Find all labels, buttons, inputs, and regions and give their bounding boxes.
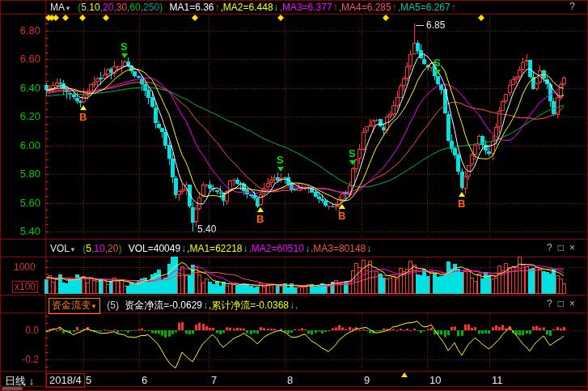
month-label: 8 xyxy=(287,374,293,386)
month-label: 6 xyxy=(142,374,147,386)
indicator-value: ,MA2=6.448 xyxy=(221,1,273,14)
month-label: 11 xyxy=(492,374,503,386)
maximize-icon[interactable]: □ xyxy=(558,242,564,253)
fundflow-label: 资金流变 xyxy=(52,299,91,312)
help-icon[interactable]: ? xyxy=(547,298,552,309)
close-icon[interactable]: × xyxy=(569,242,575,253)
trend-arrow-icon: ↓ xyxy=(203,299,208,312)
ma-param: 30 xyxy=(116,1,127,14)
trend-arrow-icon: ↑ xyxy=(333,1,338,14)
price-axis-label: 6.20 xyxy=(6,110,40,122)
ma-label: MA xyxy=(50,1,65,14)
indicator-value: 资金净流=-0.0629 xyxy=(125,299,202,312)
month-label: 9 xyxy=(364,374,370,386)
indicator-value: , xyxy=(295,299,298,312)
vol-values: VOL=40049↓,MA1=62218↓,MA2=60510↓,MA3=801… xyxy=(129,242,373,255)
price-axis-label: 6.40 xyxy=(6,82,40,94)
signal-b: B xyxy=(338,210,345,222)
ma-param: 20 xyxy=(108,242,118,255)
volume-unit-label: x100 xyxy=(12,281,38,293)
indicator-value: ,MA4=6.285 xyxy=(339,1,391,14)
indicator-value: ,MA3=80148 xyxy=(311,242,366,255)
signal-b: B xyxy=(458,198,465,210)
volume-axis-label: 1000 xyxy=(14,261,36,273)
trend-arrow-icon: ↑ xyxy=(451,1,456,14)
indicator-value: ,MA5=6.267 xyxy=(398,1,451,14)
trend-arrow-icon: ↓ xyxy=(305,242,310,255)
arrow-down-icon: ↓ xyxy=(29,375,35,387)
signal-s: S xyxy=(349,147,356,159)
indicator-value: ,MA1=62218 xyxy=(187,242,242,255)
price-axis-label: 5.40 xyxy=(6,225,40,237)
trend-arrow-icon: ↓ xyxy=(274,1,279,14)
ma-param: 20 xyxy=(103,1,113,14)
help-icon[interactable]: ? xyxy=(547,242,552,253)
month-label: 10 xyxy=(429,374,441,386)
indicator-value: ,MA2=60510 xyxy=(249,242,304,255)
fundflow-param: (5) xyxy=(107,299,119,312)
signal-s: S xyxy=(121,40,128,53)
indicator-value: MA1=6.36 xyxy=(169,1,214,14)
indicator-value: VOL=40049 xyxy=(129,242,180,255)
period-label: 日线 xyxy=(5,375,26,387)
month-label: 7 xyxy=(211,374,217,386)
main-indicator-header: MA▼ (5,10,20,30,60,250) MA1=6.36↑,MA2=6.… xyxy=(50,1,457,15)
signal-s: S xyxy=(434,57,441,69)
volume-header-icons: ?□× xyxy=(541,242,575,253)
trend-arrow-icon: ↑ xyxy=(392,1,397,14)
maximize-icon[interactable]: □ xyxy=(558,298,564,309)
fundflow-values: 资金净流=-0.0629↓,累计净流=-0.0368↓, xyxy=(125,299,298,312)
paren: ) xyxy=(159,1,163,14)
help-icon[interactable]: ? xyxy=(569,1,575,12)
ma-param: 60 xyxy=(129,1,140,14)
ma-param: 10 xyxy=(94,242,104,255)
chart-canvas[interactable] xyxy=(0,0,588,391)
scrollbar-thumb[interactable] xyxy=(2,387,23,390)
flow-axis-label: 0.0 xyxy=(15,325,39,336)
trend-arrow-icon: ↓ xyxy=(181,242,186,255)
chevron-down-icon: ▼ xyxy=(65,2,71,15)
paren: ) xyxy=(118,242,121,255)
indicator-value: ,MA3=6.377 xyxy=(280,1,332,14)
flow-axis-label: -0.2 xyxy=(15,354,39,365)
high-price-annotation: 6.85 xyxy=(426,19,445,31)
signal-b: B xyxy=(79,111,87,123)
stock-chart-window: MA▼ (5,10,20,30,60,250) MA1=6.36↑,MA2=6.… xyxy=(0,0,588,391)
trend-arrow-icon: ↓ xyxy=(290,299,294,312)
ma-params: (5,10,20,30,60,250) xyxy=(78,1,163,14)
ma-dropdown[interactable]: MA▼ xyxy=(50,1,71,15)
ma-param: 250 xyxy=(143,1,159,14)
price-axis-label: 5.60 xyxy=(6,197,40,209)
ma-param: 10 xyxy=(89,1,99,14)
date-start-label: 2018/4 xyxy=(46,373,85,388)
fundflow-dropdown[interactable]: 资金流变▼ xyxy=(49,298,100,314)
vol-params: (5,10,20) xyxy=(82,242,121,255)
vol-dropdown[interactable]: VOL▼ xyxy=(50,242,76,257)
price-axis-label: 6.80 xyxy=(6,24,40,36)
trend-arrow-icon: ↓ xyxy=(366,242,371,255)
ma-values: MA1=6.36↑,MA2=6.448↓,MA3=6.377↑,MA4=6.28… xyxy=(169,1,456,14)
ma-param: 5 xyxy=(86,242,91,255)
chevron-down-icon: ▼ xyxy=(91,300,97,313)
signal-b: B xyxy=(256,213,264,225)
main-header-icons: ? xyxy=(564,1,575,12)
trend-arrow-icon: ↓ xyxy=(243,242,248,255)
price-axis-label: 6.60 xyxy=(6,53,40,65)
trend-arrow-icon: ↑ xyxy=(215,1,220,14)
fundflow-header-icons: ?□× xyxy=(541,298,575,309)
vol-label: VOL xyxy=(50,242,70,255)
ma-param: 5 xyxy=(81,1,87,14)
price-axis-label: 6.00 xyxy=(6,139,40,151)
low-price-annotation: 5.40 xyxy=(197,223,216,235)
volume-indicator-header: VOL▼ (5,10,20) VOL=40049↓,MA1=62218↓,MA2… xyxy=(50,242,372,257)
close-icon[interactable]: × xyxy=(569,298,575,309)
fundflow-indicator-header: 资金流变▼ (5) 资金净流=-0.0629↓,累计净流=-0.0368↓, xyxy=(49,298,298,314)
month-label: 5 xyxy=(86,374,91,386)
chevron-down-icon: ▼ xyxy=(70,244,76,257)
indicator-value: ,累计净流=-0.0368 xyxy=(209,299,289,312)
price-axis-label: 5.80 xyxy=(6,168,40,180)
signal-s: S xyxy=(277,154,284,166)
